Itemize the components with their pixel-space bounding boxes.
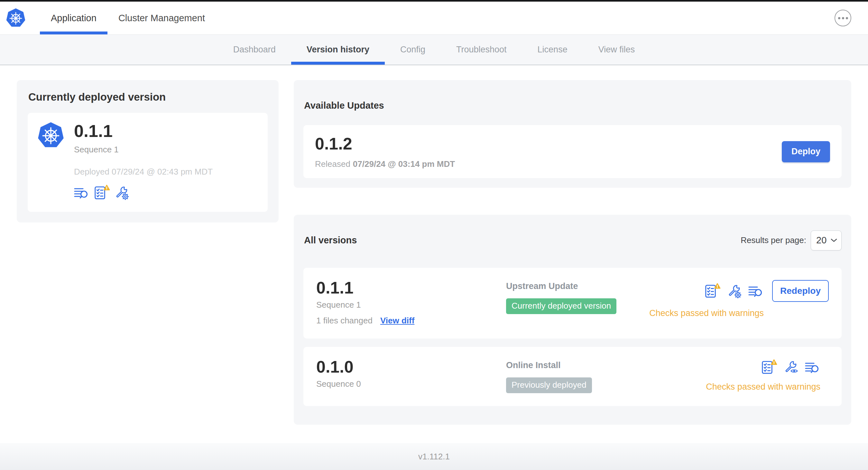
active-subnav-underline <box>291 62 385 65</box>
diff-icon[interactable] <box>74 187 89 201</box>
version-row-info: 0.1.0 Sequence 0 <box>316 359 506 389</box>
preflight-checks-warning-icon[interactable] <box>761 359 777 375</box>
subnav-view-files-label: View files <box>598 45 635 55</box>
released-label: Released <box>315 159 350 169</box>
subnav-config-label: Config <box>400 45 425 55</box>
all-versions-header: All versions Results per page: 20 <box>303 226 842 255</box>
chevron-down-icon <box>831 239 837 242</box>
version-row: 0.1.0 Sequence 0 Online Install Previous… <box>303 347 842 406</box>
current-version-deployed-timestamp: Deployed 07/29/24 @ 02:43 pm MDT <box>74 167 213 177</box>
row-files-changed-line: 1 files changed View diff <box>316 316 506 326</box>
diff-icon[interactable] <box>748 285 764 299</box>
right-column: Available Updates 0.1.2 Released07/29/24… <box>294 80 851 425</box>
currently-deployed-card: 0.1.1 Sequence 1 Deployed 07/29/24 @ 02:… <box>28 113 268 212</box>
checks-status-text: Checks passed with warnings <box>706 382 820 392</box>
console-version-label: v1.112.1 <box>418 452 450 462</box>
app-footer: v1.112.1 <box>0 443 868 470</box>
available-update-info: 0.1.2 Released07/29/24 @ 03:14 pm MDT <box>315 134 455 169</box>
current-version-info: 0.1.1 Sequence 1 Deployed 07/29/24 @ 02:… <box>74 122 213 201</box>
kubernetes-logo-icon <box>6 8 26 28</box>
all-versions-panel: All versions Results per page: 20 0.1.1 … <box>294 215 851 425</box>
subnav-license-label: License <box>537 45 567 55</box>
version-row-actions: Checks passed with warnings <box>706 359 829 392</box>
row-source-label: Online Install <box>506 360 706 370</box>
app-header: Application Cluster Management <box>0 2 868 35</box>
more-menu-button[interactable] <box>835 10 851 26</box>
view-config-icon[interactable] <box>784 360 799 375</box>
header-tabs: Application Cluster Management <box>40 2 216 34</box>
version-row-info: 0.1.1 Sequence 1 1 files changed View di… <box>316 279 506 326</box>
update-version-number: 0.1.2 <box>315 134 455 153</box>
all-versions-title: All versions <box>304 235 357 246</box>
row-sequence: Sequence 0 <box>316 379 506 389</box>
update-released-line: Released07/29/24 @ 03:14 pm MDT <box>315 159 455 169</box>
subnav-item-troubleshoot[interactable]: Troubleshoot <box>441 35 522 65</box>
version-history-page: { "colors": { "accent_blue": "#326de6", … <box>0 0 868 470</box>
version-row: 0.1.1 Sequence 1 1 files changed View di… <box>303 268 842 338</box>
current-version-sequence: Sequence 1 <box>74 145 213 155</box>
currently-deployed-panel: Currently deployed version 0.1.1 Sequenc… <box>17 80 279 223</box>
status-badge: Currently deployed version <box>506 298 616 314</box>
row-sequence: Sequence 1 <box>316 300 506 310</box>
tab-cluster-management-label: Cluster Management <box>118 13 205 24</box>
row-version-number: 0.1.0 <box>316 359 506 375</box>
status-badge: Previously deployed <box>506 377 592 393</box>
row-version-number: 0.1.1 <box>316 279 506 296</box>
subnav-dashboard-label: Dashboard <box>233 45 276 55</box>
results-per-page-select[interactable]: 20 <box>811 231 842 250</box>
subnav-item-version-history[interactable]: Version history <box>291 35 385 65</box>
row-action-icons <box>761 359 820 375</box>
available-updates-title: Available Updates <box>304 100 842 111</box>
active-tab-underline <box>40 32 107 34</box>
view-diff-link[interactable]: View diff <box>380 316 414 326</box>
row-action-icons <box>705 283 764 299</box>
current-version-number: 0.1.1 <box>74 122 213 140</box>
released-date: 07/29/24 @ 03:14 pm MDT <box>353 159 455 169</box>
tab-application[interactable]: Application <box>40 2 107 34</box>
subnav-version-history-label: Version history <box>307 45 369 55</box>
preflight-checks-warning-icon[interactable] <box>94 184 110 201</box>
results-per-page-label: Results per page: <box>741 235 806 245</box>
version-row-actions: Redeploy Checks passed with warnings <box>649 279 829 318</box>
tab-cluster-management[interactable]: Cluster Management <box>107 2 216 34</box>
files-changed-label: 1 files changed <box>316 316 373 326</box>
deploy-button[interactable]: Deploy <box>782 141 830 162</box>
subnav-item-config[interactable]: Config <box>385 35 441 65</box>
available-updates-panel: Available Updates 0.1.2 Released07/29/24… <box>294 80 851 188</box>
main-content: Currently deployed version 0.1.1 Sequenc… <box>0 65 868 425</box>
subnav-item-view-files[interactable]: View files <box>583 35 651 65</box>
edit-config-icon[interactable] <box>115 186 129 201</box>
redeploy-button[interactable]: Redeploy <box>772 280 829 302</box>
currently-deployed-title: Currently deployed version <box>28 91 268 103</box>
available-update-card: 0.1.2 Released07/29/24 @ 03:14 pm MDT De… <box>303 125 842 178</box>
checks-status-text: Checks passed with warnings <box>649 308 764 318</box>
tab-application-label: Application <box>51 13 96 24</box>
subnav-troubleshoot-label: Troubleshoot <box>456 45 507 55</box>
results-per-page-value: 20 <box>816 235 827 246</box>
ellipsis-icon <box>838 17 840 19</box>
edit-config-icon[interactable] <box>727 284 742 299</box>
current-version-actions <box>74 184 213 201</box>
version-row-source: Upstream Update Currently deployed versi… <box>506 279 649 314</box>
subnav-item-dashboard[interactable]: Dashboard <box>218 35 291 65</box>
app-subnav: Dashboard Version history Config Trouble… <box>0 35 868 65</box>
row-source-label: Upstream Update <box>506 281 649 291</box>
subnav-item-license[interactable]: License <box>522 35 583 65</box>
app-kubernetes-icon <box>37 122 64 149</box>
version-row-source: Online Install Previously deployed <box>506 359 706 393</box>
preflight-checks-warning-icon[interactable] <box>705 283 721 299</box>
results-per-page: Results per page: 20 <box>741 231 842 250</box>
diff-icon[interactable] <box>805 361 820 375</box>
